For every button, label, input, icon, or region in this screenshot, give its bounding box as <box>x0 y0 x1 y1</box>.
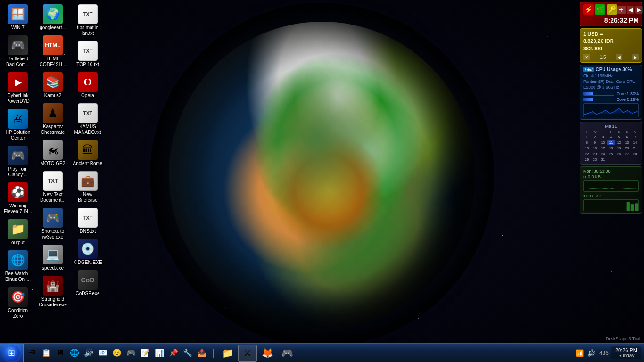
cal-day-8[interactable]: 8 <box>583 140 591 145</box>
icon-dns[interactable]: TXT DNS.txt <box>71 206 105 236</box>
cal-day-28[interactable]: 28 <box>631 151 639 156</box>
icon-kasparov[interactable]: ♟ Kasparov Chessmate <box>36 101 70 137</box>
cal-day-12[interactable]: 12 <box>615 140 623 145</box>
taskbar-pinned-wmp[interactable]: 🦊 <box>258 345 277 362</box>
cal-day-23[interactable]: 23 <box>591 151 599 156</box>
icon-kidgen[interactable]: 💿 KIDGEN.EXE <box>71 237 105 267</box>
right-panel: ⚡ 🌿 🔑 + ◀ ▶ 8:26:32 PM 1 USD = 8.823,26 … <box>578 0 644 215</box>
cal-day-29[interactable]: 29 <box>583 157 591 162</box>
tray-icon-chat[interactable]: 486 <box>598 349 610 357</box>
taskbar-icon-7[interactable]: 😊 <box>110 346 124 360</box>
icon-speed[interactable]: 💻 speed.exe <box>36 243 70 273</box>
cal-day-14[interactable]: 14 <box>631 140 639 145</box>
icon-play[interactable]: 🎮 Play Tom Clancy'... <box>1 144 35 180</box>
cal-day-1[interactable]: 1 <box>583 134 591 140</box>
icon-top10[interactable]: TXT TOP 10.txt <box>71 39 105 69</box>
cal-day-9[interactable]: 9 <box>591 140 599 145</box>
cal-day-24[interactable]: 24 <box>599 151 607 156</box>
clock-icon-1[interactable]: ⚡ <box>583 4 594 15</box>
cal-day-16[interactable]: 16 <box>591 146 599 151</box>
taskbar-icon-8[interactable]: 🎮 <box>124 346 138 360</box>
shortcut-icon: 🎮 <box>43 208 63 228</box>
tray-icon-network[interactable]: 📶 <box>575 348 585 358</box>
taskbar-icon-13[interactable]: 📥 <box>195 346 208 360</box>
clock-icon-2[interactable]: 🌿 <box>595 4 605 15</box>
taskbar-quick-launch: 🗗 📋 🖥 🌐 🔊 📧 😊 🎮 📝 📊 📌 🔧 📥 <box>24 344 210 362</box>
icon-battlefield[interactable]: 🎮 Battlefield Bad Com... <box>1 33 35 69</box>
clock-prev-btn[interactable]: ◀ <box>627 6 634 14</box>
cal-day-5[interactable]: 5 <box>615 134 623 140</box>
icon-cyberlink[interactable]: ▶ CyberLink PowerDVD <box>1 70 35 106</box>
icon-beewatch[interactable]: 🌐 Bee Watch - Binus Onli... <box>1 248 35 284</box>
icon-shortcut[interactable]: 🎮 Shortcut to iw3sp.exe <box>36 206 70 242</box>
winning-icon: ⚽ <box>8 182 28 202</box>
cal-day-26[interactable]: 26 <box>615 151 623 156</box>
clock-next-btn[interactable]: ▶ <box>635 6 643 14</box>
cal-day-4[interactable]: 4 <box>607 134 615 140</box>
cal-day-31[interactable]: 31 <box>599 157 607 162</box>
taskbar-icon-1[interactable]: 🗗 <box>25 346 39 360</box>
icon-tipsmatiinlan[interactable]: TXT tips matiin lan.txt <box>71 2 105 38</box>
cal-day-11[interactable]: 11 <box>607 140 615 145</box>
taskbar-pinned-firefox[interactable]: 🎮 <box>278 345 297 362</box>
icon-html[interactable]: HTML HTML CODE4SH... <box>36 33 70 69</box>
icon-opera[interactable]: O Opera <box>71 70 105 100</box>
clock-plus-btn[interactable]: + <box>617 6 626 14</box>
cal-day-13[interactable]: 13 <box>623 140 631 145</box>
currency-next-btn[interactable]: ▶ <box>632 54 639 60</box>
cal-day-25[interactable]: 25 <box>607 151 615 156</box>
icon-kamus[interactable]: 📚 Kamus2 <box>36 70 70 100</box>
icon-column-3: TXT tips matiin lan.txt TXT TOP 10.txt O… <box>71 2 105 298</box>
taskbar-icon-4[interactable]: 🌐 <box>68 346 81 360</box>
start-button[interactable]: ⊞ <box>0 344 24 362</box>
taskbar-clock[interactable]: 20:26 PM Sunday <box>611 346 641 359</box>
taskbar-icon-12[interactable]: 🔧 <box>181 346 194 360</box>
tray-icon-volume[interactable]: 🔊 <box>586 348 596 358</box>
icon-ancient[interactable]: 🏛 Ancient Rome <box>71 138 105 168</box>
cal-day-18[interactable]: 18 <box>607 146 615 151</box>
taskbar-pinned-explorer[interactable]: 📁 <box>218 345 237 362</box>
icon-stronghold[interactable]: 🏰 Stronghold Crusader.exe <box>36 274 70 310</box>
taskbar-icon-9[interactable]: 📝 <box>139 346 152 360</box>
currency-nav: ✕ 1/5 ◀ ▶ <box>583 54 639 60</box>
condition-label: Condition Zero <box>3 308 33 319</box>
cal-day-19[interactable]: 19 <box>615 146 623 151</box>
icon-condition[interactable]: 🎯 Condition Zero <box>1 285 35 321</box>
icon-win7[interactable]: 🪟 WIN 7 <box>1 2 35 33</box>
icon-newtxt[interactable]: TXT New Text Document... <box>36 169 70 205</box>
taskbar-pinned-ie[interactable]: ⚔ <box>238 345 257 362</box>
taskbar-icon-6[interactable]: 📧 <box>96 346 109 360</box>
taskbar-icon-11[interactable]: 📌 <box>167 346 180 360</box>
currency-prev-btn[interactable]: ◀ <box>616 54 622 60</box>
currency-close-btn[interactable]: ✕ <box>583 54 590 60</box>
cal-day-30[interactable]: 30 <box>591 157 599 162</box>
taskbar-icon-5[interactable]: 🔊 <box>82 346 95 360</box>
cal-day-10[interactable]: 10 <box>599 140 607 145</box>
cal-day-2[interactable]: 2 <box>591 134 599 140</box>
cal-day-27[interactable]: 27 <box>623 151 631 156</box>
icon-codsp[interactable]: CoD CoDSP.exe <box>71 268 105 298</box>
icon-googleearth[interactable]: 🌍 googleeart... <box>36 2 70 33</box>
cal-day-3[interactable]: 3 <box>599 134 607 140</box>
cal-day-20[interactable]: 20 <box>623 146 631 151</box>
clock-icon-3[interactable]: 🔑 <box>607 4 617 15</box>
icon-kamus2[interactable]: TXT KAMUS MANADO.txt <box>71 101 105 137</box>
start-orb: ⊞ <box>4 345 20 361</box>
cal-header-t1: T <box>583 130 591 134</box>
taskbar-icon-3[interactable]: 🖥 <box>54 346 67 360</box>
cal-day-22[interactable]: 22 <box>583 151 591 156</box>
taskbar-icon-10[interactable]: 📊 <box>153 346 166 360</box>
cal-day-21[interactable]: 21 <box>631 146 639 151</box>
icon-output[interactable]: 📁 output <box>1 217 35 247</box>
icon-hp[interactable]: 🖨 HP Solution Center <box>1 107 35 143</box>
googleearth-label: googleeart... <box>40 25 66 31</box>
cal-day-15[interactable]: 15 <box>583 146 591 151</box>
cal-day-7[interactable]: 7 <box>631 134 639 140</box>
icon-motogp[interactable]: 🏍 MOTO GP2 <box>36 138 70 168</box>
taskbar-icon-2[interactable]: 📋 <box>40 346 53 360</box>
cal-day-6[interactable]: 6 <box>623 134 631 140</box>
icon-newbriefcase[interactable]: 💼 New Briefcase <box>71 169 105 205</box>
cal-day-17[interactable]: 17 <box>599 146 607 151</box>
googleearth-icon: 🌍 <box>43 4 63 24</box>
icon-winning[interactable]: ⚽ Winning Eleven 7 IN... <box>1 181 35 216</box>
